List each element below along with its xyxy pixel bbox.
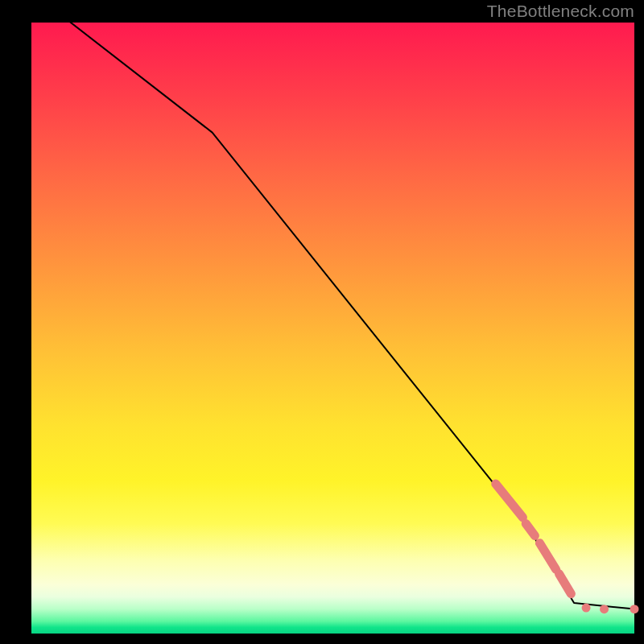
chart-container: TheBottleneck.com <box>0 0 644 644</box>
marker-segment <box>539 543 555 570</box>
marker-group <box>496 484 639 613</box>
marker-segment <box>496 484 523 518</box>
marker-segment <box>559 574 571 594</box>
attribution-label: TheBottleneck.com <box>487 2 634 21</box>
marker-dot <box>600 605 609 613</box>
bottleneck-curve <box>31 0 634 609</box>
marker-dot <box>630 605 639 613</box>
marker-segment <box>526 523 535 535</box>
marker-dot <box>582 604 591 613</box>
plot-area <box>31 23 634 634</box>
plot-svg <box>31 23 634 634</box>
